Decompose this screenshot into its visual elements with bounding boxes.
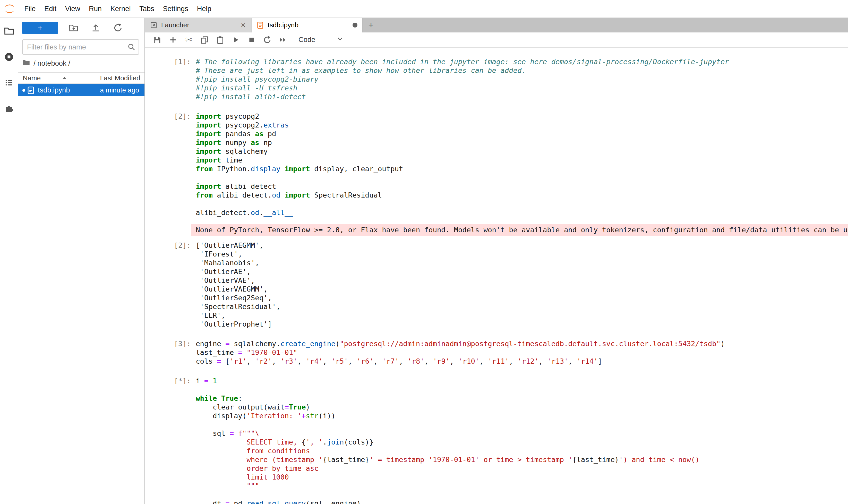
menu-run[interactable]: Run [85, 5, 106, 13]
output-line: 'Mahalanobis', [196, 258, 848, 267]
restart-run-all-icon[interactable] [278, 36, 287, 44]
sort-ascending-icon [61, 75, 68, 81]
upload-icon[interactable] [91, 23, 101, 33]
menu-view[interactable]: View [61, 5, 85, 13]
code-line: #!pip install -U tsfresh [196, 84, 848, 92]
code-line [196, 385, 848, 394]
launcher-icon [150, 21, 157, 29]
code-line: #!pip install alibi-detect [196, 92, 848, 101]
file-browser-icon[interactable] [4, 25, 14, 36]
cell-prompt: [2]: [145, 241, 196, 250]
code-line: from IPython.display import display, cle… [196, 165, 848, 173]
code-line: import psycopg2.extras [196, 121, 848, 129]
file-list-header: Name Last Modified [18, 72, 144, 84]
restart-icon[interactable] [263, 36, 272, 44]
code-line [196, 490, 848, 499]
table-of-contents-icon[interactable] [4, 77, 14, 88]
file-row-tsdb-ipynb[interactable]: tsdb.ipynb a minute ago [18, 84, 144, 96]
search-icon [127, 43, 136, 52]
cell-prompt: [2]: [145, 112, 196, 121]
chevron-down-icon [336, 35, 344, 44]
output-area: ['OutlierAEGMM', 'IForest', 'Mahalanobis… [196, 241, 848, 329]
code-line: clear_output(wait=True) [196, 403, 848, 412]
code-line: display('Iteration: '+str(i)) [196, 412, 848, 420]
output-line: 'LLR', [196, 311, 848, 320]
copy-icon[interactable] [200, 36, 209, 44]
tab-label: Launcher [161, 21, 240, 29]
refresh-icon[interactable] [113, 23, 123, 33]
insert-cell-icon[interactable] [169, 36, 177, 44]
code-editor[interactable]: # The following libraries have already b… [196, 57, 848, 101]
code-line: df = pd.read_sql_query(sql, engine) [196, 499, 848, 504]
cut-icon[interactable]: ✂ [184, 36, 193, 44]
code-line: """ [196, 482, 848, 490]
code-line: order by time asc [196, 464, 848, 473]
code-line: #!pip install psycopg2-binary [196, 75, 848, 84]
code-line: i = 1 [196, 377, 848, 385]
notebook-file-icon [27, 86, 35, 94]
menu-tabs[interactable]: Tabs [135, 5, 158, 13]
filter-files-input[interactable] [22, 39, 139, 55]
output-line: 'IForest', [196, 250, 848, 258]
save-icon[interactable] [153, 36, 162, 44]
unsaved-dot-icon [21, 89, 27, 92]
folder-icon [22, 58, 30, 68]
output-line: 'OutlierSeq2Seq', [196, 293, 848, 302]
menu-help[interactable]: Help [193, 5, 216, 13]
menu-edit[interactable]: Edit [40, 5, 61, 13]
menu-bar: File Edit View Run Kernel Tabs Settings … [0, 0, 848, 18]
output-line: 'OutlierAE', [196, 267, 848, 276]
file-last-modified: a minute ago [100, 86, 139, 94]
code-editor[interactable]: import psycopg2import psycopg2.extrasimp… [196, 112, 848, 217]
new-folder-icon[interactable] [69, 23, 78, 33]
file-name: tsdb.ipynb [38, 86, 100, 94]
code-cell: [*]:i = 1 while True: clear_output(wait=… [145, 377, 848, 504]
output-area: None of PyTorch, TensorFlow >= 2.0, or F… [191, 224, 848, 236]
interrupt-icon[interactable] [247, 36, 256, 44]
stderr-line: None of PyTorch, TensorFlow >= 2.0, or F… [196, 226, 848, 234]
breadcrumb[interactable]: / notebook / [18, 57, 144, 72]
new-tab-button[interactable]: + [363, 18, 379, 33]
breadcrumb-path: / notebook / [34, 59, 70, 68]
extensions-icon[interactable] [4, 103, 14, 114]
code-line: alibi_detect.od.__all__ [196, 208, 848, 217]
code-line: cols = ['r1', 'r2', 'r3', 'r4', 'r5', 'r… [196, 357, 848, 366]
output-line: 'SpectralResidual', [196, 302, 848, 311]
notebook-icon [257, 21, 264, 29]
code-line: # These are just left in as examples to … [196, 66, 848, 75]
menu-file[interactable]: File [20, 5, 40, 13]
code-line: where (timestamp '{last_time}' = timesta… [196, 455, 848, 464]
code-line: from alibi_detect.od import SpectralResi… [196, 191, 848, 200]
jupyter-logo-icon [4, 3, 15, 14]
new-launcher-button[interactable]: + [22, 22, 58, 34]
notebook-cells[interactable]: [1]:# The following libraries have alrea… [145, 48, 848, 504]
tab-tsdb-notebook[interactable]: tsdb.ipynb [252, 18, 363, 33]
dock-tab-bar: Launcher × tsdb.ipynb + [145, 18, 848, 33]
cell-type-dropdown[interactable]: Code [299, 35, 344, 44]
code-editor[interactable]: i = 1 while True: clear_output(wait=True… [196, 377, 848, 504]
code-cell: [2]:import psycopg2import psycopg2.extra… [145, 112, 848, 217]
tab-launcher[interactable]: Launcher × [145, 18, 252, 33]
code-line: SELECT time, {', '.join(cols)} [196, 438, 848, 447]
code-line: import alibi_detect [196, 182, 848, 191]
jupyterlab-app: File Edit View Run Kernel Tabs Settings … [0, 0, 848, 504]
code-editor[interactable]: engine = sqlalchemy.create_engine("postg… [196, 339, 848, 366]
running-kernels-icon[interactable] [4, 51, 14, 62]
code-line [196, 420, 848, 429]
code-line: engine = sqlalchemy.create_engine("postg… [196, 339, 848, 348]
code-line: # The following libraries have already b… [196, 57, 848, 66]
close-tab-icon[interactable]: × [240, 21, 247, 29]
code-line: sql = f"""\ [196, 429, 848, 438]
paste-icon[interactable] [216, 36, 224, 44]
code-line [196, 200, 848, 208]
tab-label: tsdb.ipynb [268, 21, 353, 29]
run-icon[interactable] [232, 36, 240, 44]
menu-settings[interactable]: Settings [159, 5, 193, 13]
column-header-last-modified[interactable]: Last Modified [100, 74, 140, 82]
column-header-name[interactable]: Name [23, 74, 100, 82]
activity-bar [0, 18, 18, 504]
output-line: ['OutlierAEGMM', [196, 241, 848, 250]
cell-prompt: [*]: [145, 377, 196, 385]
code-line: import pandas as pd [196, 129, 848, 138]
menu-kernel[interactable]: Kernel [106, 5, 135, 13]
